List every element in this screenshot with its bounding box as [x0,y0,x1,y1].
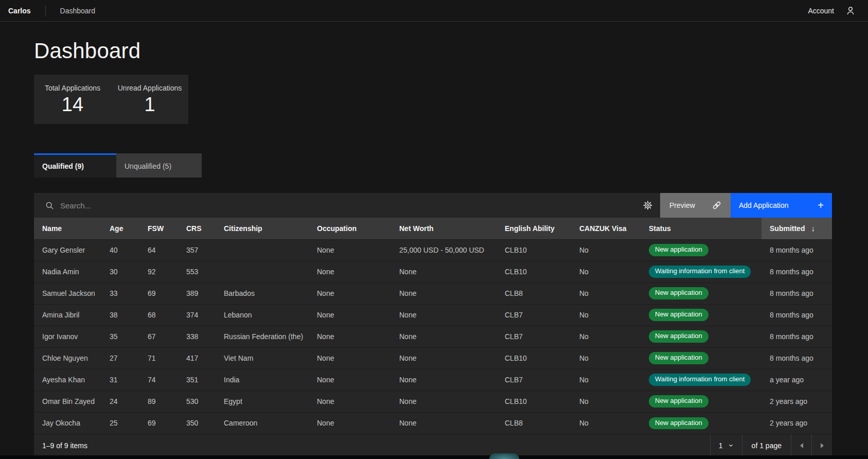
column-header-occupation[interactable]: Occupation [309,218,391,239]
cell-fsw: 69 [139,283,178,304]
table-row[interactable]: Chloe Nguyen2771417Viet NamNoneNoneCLB10… [34,347,832,369]
settings-button[interactable] [635,193,660,218]
stat-value: 1 [111,94,188,116]
table-row[interactable]: Jay Okocha2569350CameroonNoneNoneCLB8NoN… [34,412,832,434]
column-header-fsw[interactable]: FSW [139,218,178,239]
cell-english_ability: CLB10 [497,261,571,283]
stat-label: Unread Applications [111,84,188,92]
column-header-age[interactable]: Age [101,218,139,239]
cell-english_ability: CLB7 [497,304,571,326]
caret-right-icon [821,443,824,448]
cell-age: 38 [101,304,139,326]
table-row[interactable]: Nadia Amin3092553NoneNoneCLB10NoWaiting … [34,261,832,283]
cell-english_ability: CLB10 [497,239,571,261]
stat-unread-applications: Unread Applications 1 [111,75,188,124]
add-application-button[interactable]: Add Application + [731,193,832,218]
cell-age: 31 [101,369,139,391]
search-input[interactable] [60,201,635,210]
cell-status: Waiting information from client [641,369,761,391]
next-page-button[interactable] [811,434,832,456]
cell-fsw: 89 [139,391,178,412]
page-number-value: 1 [719,442,723,450]
cell-submitted: 2 years ago [761,391,832,412]
page-number-select[interactable]: 1 [710,434,742,456]
cell-age: 40 [101,239,139,261]
cell-submitted: 8 months ago [761,326,832,347]
main-content: Dashboard Total Applications 14 Unread A… [0,39,868,456]
cell-crs: 350 [178,412,216,434]
cell-fsw: 71 [139,347,178,369]
cell-crs: 338 [178,326,216,347]
cell-status: New application [641,304,761,326]
search-icon [45,201,54,210]
cell-fsw: 68 [139,304,178,326]
cell-age: 30 [101,261,139,283]
cell-canzuk_visa: No [571,304,641,326]
column-header-crs[interactable]: CRS [178,218,216,239]
account-link[interactable]: Account [808,7,834,15]
viewport-bottom-strip [0,455,868,459]
table-row[interactable]: Igor Ivanov3567338Russian Federation (th… [34,326,832,347]
chevron-down-icon [728,443,734,448]
status-badge: New application [649,287,708,299]
user-icon[interactable] [845,6,856,16]
column-header-submitted[interactable]: Submitted↓ [761,218,832,239]
preview-button[interactable]: Preview [660,193,731,218]
cell-name: Nadia Amin [34,261,101,283]
page-title: Dashboard [34,39,868,63]
cell-occupation: None [309,412,391,434]
cell-citizenship: Egypt [216,391,309,412]
cell-name: Amina Jibril [34,304,101,326]
cell-canzuk_visa: No [571,326,641,347]
brand-name[interactable]: Carlos [8,7,31,15]
pagination-bar: 1–9 of 9 items 1 of 1 page [34,434,832,456]
cell-net_worth: None [391,369,497,391]
column-header-name[interactable]: Name [34,218,101,239]
gear-icon [643,201,652,210]
cell-net_worth: None [391,283,497,304]
table-row[interactable]: Amina Jibril3868374LebanonNoneNoneCLB7No… [34,304,832,326]
column-header-citizenship[interactable]: Citizenship [216,218,309,239]
cell-submitted: 2 years ago [761,412,832,434]
cell-citizenship: Lebanon [216,304,309,326]
column-header-label: Net Worth [399,224,434,233]
cell-fsw: 67 [139,326,178,347]
cell-status: Waiting information from client [641,261,761,283]
column-header-label: CRS [186,224,202,233]
cell-english_ability: CLB7 [497,326,571,347]
table-row[interactable]: Ayesha Khan3174351IndiaNoneNoneCLB7NoWai… [34,369,832,391]
table-row[interactable]: Samuel Jackson3369389BarbadosNoneNoneCLB… [34,283,832,304]
column-header-label: CANZUK Visa [579,224,627,233]
data-table: NameAgeFSWCRSCitizenshipOccupationNet Wo… [34,218,832,434]
column-header-canzuk_visa[interactable]: CANZUK Visa [571,218,641,239]
column-header-english_ability[interactable]: English Ability [497,218,571,239]
cell-occupation: None [309,347,391,369]
column-header-status[interactable]: Status [641,218,761,239]
caret-left-icon [800,443,803,448]
cell-net_worth: 25,000 USD - 50,000 USD [391,239,497,261]
column-header-label: Citizenship [224,224,262,233]
cell-name: Igor Ivanov [34,326,101,347]
sort-descending-icon: ↓ [811,224,815,233]
cell-english_ability: CLB10 [497,391,571,412]
cell-citizenship: Cameroon [216,412,309,434]
nav-dashboard-link[interactable]: Dashboard [60,7,96,15]
status-badge: New application [649,395,708,407]
cell-crs: 357 [178,239,216,261]
tab-qualified[interactable]: Qualified (9) [34,153,116,178]
cell-occupation: None [309,369,391,391]
cell-canzuk_visa: No [571,412,641,434]
table-row[interactable]: Omar Bin Zayed2489530EgyptNoneNoneCLB10N… [34,391,832,412]
column-header-label: FSW [148,224,164,233]
tab-unqualified[interactable]: Unqualified (5) [116,153,202,178]
cell-fsw: 92 [139,261,178,283]
table-row[interactable]: Gary Gensler4064357None25,000 USD - 50,0… [34,239,832,261]
add-application-label: Add Application [739,201,789,209]
link-icon [712,201,721,210]
cutoff-teal-widget[interactable] [489,453,519,459]
previous-page-button[interactable] [791,434,811,456]
cell-citizenship [216,261,309,283]
cell-crs: 374 [178,304,216,326]
column-header-net_worth[interactable]: Net Worth [391,218,497,239]
preview-label: Preview [669,201,695,209]
